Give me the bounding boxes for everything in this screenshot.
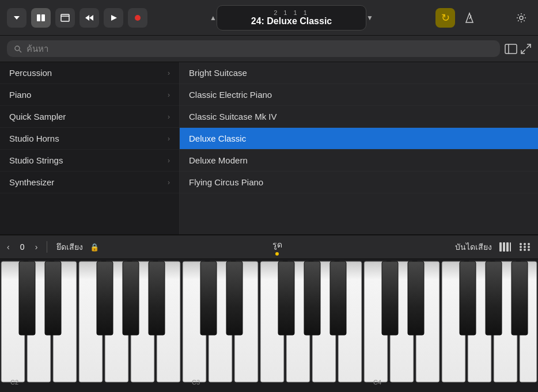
right-item-label: Bright Suitcase [189,68,247,78]
svg-point-23 [524,243,526,245]
right-panel-item-flying-circus[interactable]: Flying Circus Piano [180,172,538,193]
piano-container: C2 C3 C4 [0,259,538,392]
top-bar-right: ↻ [435,8,531,28]
left-panel-item-synthesizer[interactable]: Synthesizer › [0,172,179,193]
c4-label: C4 [373,379,381,386]
right-item-label: Classic Electric Piano [189,90,272,100]
svg-point-30 [528,249,530,251]
black-key-ds3[interactable] [226,261,243,335]
black-key-as4[interactable] [512,261,528,335]
left-panel-item-quick-sampler[interactable]: Quick Sampler › [0,106,179,128]
svg-point-24 [528,243,530,245]
top-bar: ▲ 2 1 1 1 24: Deluxe Classic ▼ ↻ [0,0,538,36]
main-content: Percussion › Piano › Quick Sampler › Stu… [0,62,538,235]
dropdown-button[interactable] [7,8,26,28]
list-view-button[interactable] [505,44,517,54]
svg-point-11 [520,16,523,20]
c3-label: C3 [192,379,200,386]
black-key-gs4[interactable] [486,261,502,335]
svg-marker-6 [85,15,89,21]
left-item-label: Studio Horns [9,134,59,143]
root-label: รูด [272,238,282,251]
dots-button[interactable] [518,242,531,252]
preset-selector[interactable]: 2 1 1 1 24: Deluxe Classic [217,5,366,31]
svg-rect-3 [61,14,69,21]
piano-keyboard-svg: C2 C3 C4 [0,259,538,386]
octave-number: 0 [17,242,28,252]
record-button[interactable] [128,8,147,28]
svg-point-22 [520,243,522,245]
preset-name: 24: Deluxe Classic [251,16,332,26]
svg-point-27 [528,246,530,248]
black-key-fs4[interactable] [460,261,476,335]
left-item-label: Studio Strings [9,155,63,165]
svg-point-28 [520,249,522,251]
window-button[interactable] [55,8,75,28]
black-key-cs4[interactable] [382,261,398,335]
right-panel-item-bright-suitcase[interactable]: Bright Suitcase [180,62,538,84]
play-button[interactable] [104,8,123,28]
left-panel-item-piano[interactable]: Piano › [0,84,179,106]
grid-view-button[interactable] [499,242,512,252]
transport-center: ▲ 2 1 1 1 24: Deluxe Classic ▼ [153,5,430,31]
black-key-ds2[interactable] [45,261,61,335]
svg-line-17 [521,50,525,54]
chevron-right-icon: › [168,135,170,143]
chevron-right-icon: › [168,69,170,77]
right-panel-item-deluxe-classic[interactable]: Deluxe Classic [180,128,538,150]
black-key-as3[interactable] [330,261,346,335]
svg-point-12 [15,46,20,51]
preset-next-button[interactable]: ▼ [366,14,373,21]
hold-label: ยึดเสียง [56,241,83,253]
left-panel-item-studio-strings[interactable]: Studio Strings › [0,150,179,172]
left-item-label: Piano [9,90,31,100]
black-key-gs2[interactable] [123,261,139,335]
left-item-label: Quick Sampler [9,112,66,121]
search-icon [14,45,22,53]
right-item-label: Classic Suitcase Mk IV [189,112,277,121]
black-key-fs2[interactable] [97,261,113,335]
svg-rect-2 [41,14,45,21]
metronome-button[interactable] [460,8,479,28]
bottom-controls: ‹ 0 › ยึดเสียง 🔒 รูด บันไดเสียง [0,235,538,259]
search-input-wrapper[interactable] [7,40,500,57]
black-key-ds4[interactable] [408,261,424,335]
left-panel-item-studio-horns[interactable]: Studio Horns › [0,128,179,150]
black-key-fs3[interactable] [278,261,294,335]
svg-rect-21 [510,242,511,252]
prev-button[interactable]: ‹ [7,242,10,252]
left-panel-item-percussion[interactable]: Percussion › [0,62,179,84]
search-bar [0,36,538,62]
left-item-label: Percussion [9,68,52,78]
library-button[interactable] [31,8,51,28]
next-button[interactable]: › [35,242,38,252]
right-panel-item-classic-electric-piano[interactable]: Classic Electric Piano [180,84,538,106]
rewind-button[interactable] [79,8,99,28]
svg-rect-14 [505,44,517,54]
black-key-cs2[interactable] [19,261,35,335]
svg-rect-20 [506,242,509,252]
settings-button[interactable] [512,8,531,28]
right-item-label: Flying Circus Piano [189,177,263,187]
loop-button[interactable]: ↻ [435,8,455,28]
left-panel: Percussion › Piano › Quick Sampler › Stu… [0,62,180,234]
right-panel-item-classic-suitcase[interactable]: Classic Suitcase Mk IV [180,106,538,128]
preset-position: 2 1 1 1 [274,9,309,16]
chevron-right-icon: › [168,157,170,165]
right-item-label: Deluxe Modern [189,155,248,165]
expand-button[interactable] [521,44,531,54]
svg-marker-7 [111,15,117,21]
search-view-options [505,44,531,54]
black-key-cs3[interactable] [200,261,217,335]
preset-prev-button[interactable]: ▲ [210,14,217,21]
svg-marker-5 [89,15,93,21]
search-input[interactable] [26,44,493,54]
chevron-right-icon: › [168,113,170,121]
svg-rect-1 [37,14,40,21]
svg-marker-9 [466,13,473,22]
black-key-as2[interactable] [149,261,165,335]
white-keys[interactable] [1,261,537,382]
svg-line-13 [20,50,22,52]
right-panel-item-deluxe-modern[interactable]: Deluxe Modern [180,150,538,172]
black-key-gs3[interactable] [304,261,320,335]
